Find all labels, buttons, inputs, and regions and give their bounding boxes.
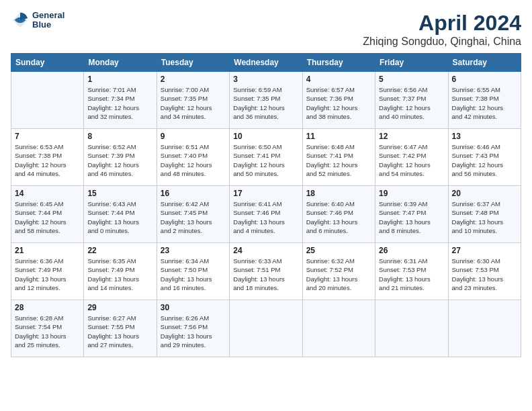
day-number: 29 <box>87 303 152 312</box>
week-row-2: 14Sunrise: 6:45 AM Sunset: 7:44 PM Dayli… <box>11 186 521 243</box>
day-number: 10 <box>233 132 298 141</box>
header: General Blue April 2024 Zhiqing Songduo,… <box>11 11 521 48</box>
calendar-cell: 19Sunrise: 6:39 AM Sunset: 7:47 PM Dayli… <box>375 186 448 243</box>
calendar-cell: 16Sunrise: 6:42 AM Sunset: 7:45 PM Dayli… <box>157 186 229 243</box>
day-info: Sunrise: 6:56 AM Sunset: 7:37 PM Dayligh… <box>379 85 444 121</box>
day-number: 7 <box>15 132 80 141</box>
week-row-1: 7Sunrise: 6:53 AM Sunset: 7:38 PM Daylig… <box>11 129 521 186</box>
calendar-cell: 20Sunrise: 6:37 AM Sunset: 7:48 PM Dayli… <box>448 186 521 243</box>
day-number: 6 <box>452 75 517 84</box>
day-info: Sunrise: 6:53 AM Sunset: 7:38 PM Dayligh… <box>15 142 80 178</box>
day-number: 13 <box>452 132 517 141</box>
logo-line2: Blue <box>32 20 64 30</box>
day-info: Sunrise: 6:59 AM Sunset: 7:35 PM Dayligh… <box>233 85 298 121</box>
day-info: Sunrise: 6:26 AM Sunset: 7:56 PM Dayligh… <box>161 314 226 349</box>
calendar-cell: 25Sunrise: 6:32 AM Sunset: 7:52 PM Dayli… <box>302 243 375 300</box>
calendar-cell: 12Sunrise: 6:47 AM Sunset: 7:42 PM Dayli… <box>375 129 448 186</box>
weekday-header-saturday: Saturday <box>448 54 521 72</box>
day-number: 18 <box>306 189 371 198</box>
day-info: Sunrise: 6:51 AM Sunset: 7:40 PM Dayligh… <box>161 142 226 178</box>
day-info: Sunrise: 6:35 AM Sunset: 7:49 PM Dayligh… <box>87 257 152 292</box>
calendar-cell: 5Sunrise: 6:56 AM Sunset: 7:37 PM Daylig… <box>375 72 448 129</box>
day-info: Sunrise: 7:01 AM Sunset: 7:34 PM Dayligh… <box>87 85 152 121</box>
calendar-table: SundayMondayTuesdayWednesdayThursdayFrid… <box>11 53 521 357</box>
day-number: 11 <box>306 132 371 141</box>
day-number: 15 <box>87 189 152 198</box>
day-number: 27 <box>452 246 517 255</box>
day-number: 9 <box>161 132 226 141</box>
day-number: 25 <box>306 246 371 255</box>
calendar-cell: 29Sunrise: 6:27 AM Sunset: 7:55 PM Dayli… <box>84 300 157 357</box>
calendar-cell: 15Sunrise: 6:43 AM Sunset: 7:44 PM Dayli… <box>84 186 157 243</box>
logo: General Blue <box>11 11 64 30</box>
calendar-cell: 1Sunrise: 7:01 AM Sunset: 7:34 PM Daylig… <box>84 72 157 129</box>
calendar-cell: 30Sunrise: 6:26 AM Sunset: 7:56 PM Dayli… <box>157 300 229 357</box>
calendar-cell: 9Sunrise: 6:51 AM Sunset: 7:40 PM Daylig… <box>157 129 229 186</box>
calendar-cell: 6Sunrise: 6:55 AM Sunset: 7:38 PM Daylig… <box>448 72 521 129</box>
day-info: Sunrise: 6:46 AM Sunset: 7:43 PM Dayligh… <box>452 142 517 178</box>
calendar-cell: 27Sunrise: 6:30 AM Sunset: 7:53 PM Dayli… <box>448 243 521 300</box>
day-number: 3 <box>233 75 298 84</box>
day-info: Sunrise: 6:42 AM Sunset: 7:45 PM Dayligh… <box>161 199 226 235</box>
calendar-cell: 11Sunrise: 6:48 AM Sunset: 7:41 PM Dayli… <box>302 129 375 186</box>
day-info: Sunrise: 6:31 AM Sunset: 7:53 PM Dayligh… <box>379 257 444 292</box>
day-info: Sunrise: 6:39 AM Sunset: 7:47 PM Dayligh… <box>379 199 444 235</box>
weekday-header-friday: Friday <box>375 54 448 72</box>
calendar-cell: 18Sunrise: 6:40 AM Sunset: 7:46 PM Dayli… <box>302 186 375 243</box>
weekday-header-sunday: Sunday <box>11 54 84 72</box>
day-number: 22 <box>87 246 152 255</box>
day-number: 14 <box>15 189 80 198</box>
day-info: Sunrise: 7:00 AM Sunset: 7:35 PM Dayligh… <box>161 85 226 121</box>
logo-text: General Blue <box>32 11 64 30</box>
calendar-cell: 7Sunrise: 6:53 AM Sunset: 7:38 PM Daylig… <box>11 129 84 186</box>
calendar-cell <box>302 300 375 357</box>
day-info: Sunrise: 6:37 AM Sunset: 7:48 PM Dayligh… <box>452 199 517 235</box>
day-info: Sunrise: 6:41 AM Sunset: 7:46 PM Dayligh… <box>233 199 298 235</box>
week-row-3: 21Sunrise: 6:36 AM Sunset: 7:49 PM Dayli… <box>11 243 521 300</box>
month-title: April 2024 <box>363 11 521 36</box>
day-info: Sunrise: 6:40 AM Sunset: 7:46 PM Dayligh… <box>306 199 371 235</box>
day-info: Sunrise: 6:48 AM Sunset: 7:41 PM Dayligh… <box>306 142 371 178</box>
day-info: Sunrise: 6:32 AM Sunset: 7:52 PM Dayligh… <box>306 257 371 292</box>
day-number: 26 <box>379 246 444 255</box>
weekday-header-row: SundayMondayTuesdayWednesdayThursdayFrid… <box>11 54 521 72</box>
logo-line1: General <box>32 11 64 20</box>
day-info: Sunrise: 6:52 AM Sunset: 7:39 PM Dayligh… <box>87 142 152 178</box>
day-number: 8 <box>87 132 152 141</box>
day-info: Sunrise: 6:27 AM Sunset: 7:55 PM Dayligh… <box>87 314 152 349</box>
day-info: Sunrise: 6:57 AM Sunset: 7:36 PM Dayligh… <box>306 85 371 121</box>
calendar-cell <box>448 300 521 357</box>
calendar-cell: 13Sunrise: 6:46 AM Sunset: 7:43 PM Dayli… <box>448 129 521 186</box>
day-info: Sunrise: 6:28 AM Sunset: 7:54 PM Dayligh… <box>15 314 80 349</box>
day-number: 4 <box>306 75 371 84</box>
logo-icon <box>11 11 30 30</box>
week-row-0: 1Sunrise: 7:01 AM Sunset: 7:34 PM Daylig… <box>11 72 521 129</box>
title-area: April 2024 Zhiqing Songduo, Qinghai, Chi… <box>363 11 521 48</box>
day-info: Sunrise: 6:36 AM Sunset: 7:49 PM Dayligh… <box>15 257 80 292</box>
calendar-cell: 23Sunrise: 6:34 AM Sunset: 7:50 PM Dayli… <box>157 243 229 300</box>
calendar-cell: 17Sunrise: 6:41 AM Sunset: 7:46 PM Dayli… <box>230 186 302 243</box>
day-number: 5 <box>379 75 444 84</box>
day-number: 21 <box>15 246 80 255</box>
weekday-header-thursday: Thursday <box>302 54 375 72</box>
day-number: 12 <box>379 132 444 141</box>
calendar-cell: 3Sunrise: 6:59 AM Sunset: 7:35 PM Daylig… <box>230 72 302 129</box>
day-number: 19 <box>379 189 444 198</box>
day-number: 24 <box>233 246 298 255</box>
day-info: Sunrise: 6:55 AM Sunset: 7:38 PM Dayligh… <box>452 85 517 121</box>
day-info: Sunrise: 6:45 AM Sunset: 7:44 PM Dayligh… <box>15 199 80 235</box>
weekday-header-monday: Monday <box>84 54 157 72</box>
day-number: 23 <box>161 246 226 255</box>
day-info: Sunrise: 6:47 AM Sunset: 7:42 PM Dayligh… <box>379 142 444 178</box>
calendar-cell: 24Sunrise: 6:33 AM Sunset: 7:51 PM Dayli… <box>230 243 302 300</box>
calendar-cell: 22Sunrise: 6:35 AM Sunset: 7:49 PM Dayli… <box>84 243 157 300</box>
calendar-cell <box>375 300 448 357</box>
calendar-cell: 21Sunrise: 6:36 AM Sunset: 7:49 PM Dayli… <box>11 243 84 300</box>
calendar-cell: 28Sunrise: 6:28 AM Sunset: 7:54 PM Dayli… <box>11 300 84 357</box>
day-number: 1 <box>87 75 152 84</box>
day-info: Sunrise: 6:34 AM Sunset: 7:50 PM Dayligh… <box>161 257 226 292</box>
day-info: Sunrise: 6:43 AM Sunset: 7:44 PM Dayligh… <box>87 199 152 235</box>
day-number: 30 <box>161 303 226 312</box>
location-title: Zhiqing Songduo, Qinghai, China <box>363 36 521 48</box>
day-info: Sunrise: 6:33 AM Sunset: 7:51 PM Dayligh… <box>233 257 298 292</box>
